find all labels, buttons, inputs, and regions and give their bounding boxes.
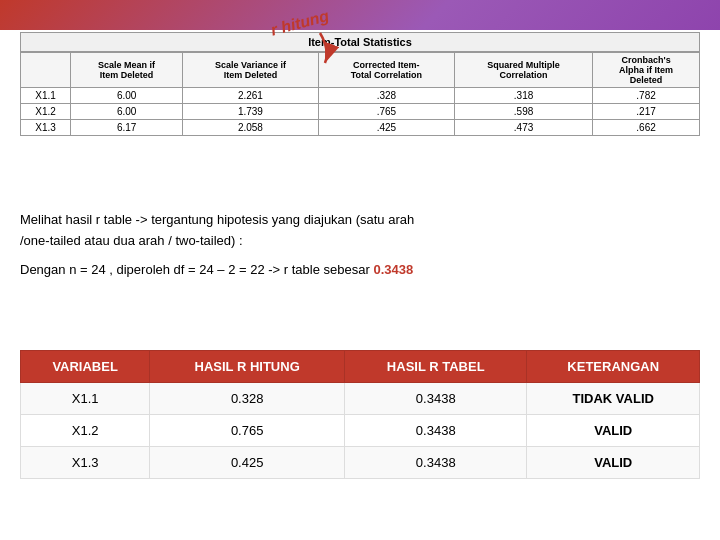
result-variabel: X1.1 xyxy=(21,383,150,415)
description-section: Melihat hasil r table -> tergantung hipo… xyxy=(20,210,700,280)
stats-item-label: X1.3 xyxy=(21,120,71,136)
desc-line2: /one-tailed atau dua arah / two-tailed) … xyxy=(20,231,700,252)
result-r-hitung: 0.765 xyxy=(150,415,345,447)
desc-line3: Dengan n = 24 , diperoleh df = 24 – 2 = … xyxy=(20,260,700,281)
desc-line1: Melihat hasil r table -> tergantung hipo… xyxy=(20,210,700,231)
stats-mean: 6.00 xyxy=(71,104,183,120)
stats-mean: 6.17 xyxy=(71,120,183,136)
stats-variance: 2.261 xyxy=(183,88,319,104)
col-header-squared-multiple: Squared MultipleCorrelation xyxy=(454,53,592,88)
r-table-value: 0.3438 xyxy=(373,262,413,277)
stats-alpha: .217 xyxy=(593,104,700,120)
stats-item-label: X1.2 xyxy=(21,104,71,120)
results-col-header: HASIL R TABEL xyxy=(345,351,527,383)
stats-table-row: X1.2 6.00 1.739 .765 .598 .217 xyxy=(21,104,700,120)
result-r-tabel: 0.3438 xyxy=(345,447,527,479)
results-table-container: VARIABELHASIL R HITUNGHASIL R TABELKETER… xyxy=(20,350,700,479)
stats-item-label: X1.1 xyxy=(21,88,71,104)
results-col-header: HASIL R HITUNG xyxy=(150,351,345,383)
stats-alpha: .782 xyxy=(593,88,700,104)
stats-sq-mult: .473 xyxy=(454,120,592,136)
result-keterangan: VALID xyxy=(527,447,700,479)
col-header-cronbach: Cronbach'sAlpha if ItemDeleted xyxy=(593,53,700,88)
stats-alpha: .662 xyxy=(593,120,700,136)
results-table-row: X1.3 0.425 0.3438 VALID xyxy=(21,447,700,479)
results-col-header: VARIABEL xyxy=(21,351,150,383)
stats-corr: .328 xyxy=(318,88,454,104)
stats-variance: 2.058 xyxy=(183,120,319,136)
results-col-header: KETERANGAN xyxy=(527,351,700,383)
stats-sq-mult: .318 xyxy=(454,88,592,104)
result-r-tabel: 0.3438 xyxy=(345,383,527,415)
results-table-row: X1.1 0.328 0.3438 TIDAK VALID xyxy=(21,383,700,415)
result-r-hitung: 0.425 xyxy=(150,447,345,479)
result-variabel: X1.2 xyxy=(21,415,150,447)
result-keterangan: VALID xyxy=(527,415,700,447)
result-r-hitung: 0.328 xyxy=(150,383,345,415)
desc-prefix: Dengan n = 24 , diperoleh df = 24 – 2 = … xyxy=(20,262,373,277)
stats-mean: 6.00 xyxy=(71,88,183,104)
col-header-empty xyxy=(21,53,71,88)
r-hitung-annotation: r hitung xyxy=(265,5,365,75)
results-table: VARIABELHASIL R HITUNGHASIL R TABELKETER… xyxy=(20,350,700,479)
stats-corr: .765 xyxy=(318,104,454,120)
stats-corr: .425 xyxy=(318,120,454,136)
result-keterangan: TIDAK VALID xyxy=(527,383,700,415)
stats-table-row: X1.3 6.17 2.058 .425 .473 .662 xyxy=(21,120,700,136)
col-header-scale-mean: Scale Mean ifItem Deleted xyxy=(71,53,183,88)
stats-table-row: X1.1 6.00 2.261 .328 .318 .782 xyxy=(21,88,700,104)
main-content: Item-Total Statistics Scale Mean ifItem … xyxy=(20,10,700,530)
result-variabel: X1.3 xyxy=(21,447,150,479)
stats-sq-mult: .598 xyxy=(454,104,592,120)
results-table-row: X1.2 0.765 0.3438 VALID xyxy=(21,415,700,447)
result-r-tabel: 0.3438 xyxy=(345,415,527,447)
stats-variance: 1.739 xyxy=(183,104,319,120)
